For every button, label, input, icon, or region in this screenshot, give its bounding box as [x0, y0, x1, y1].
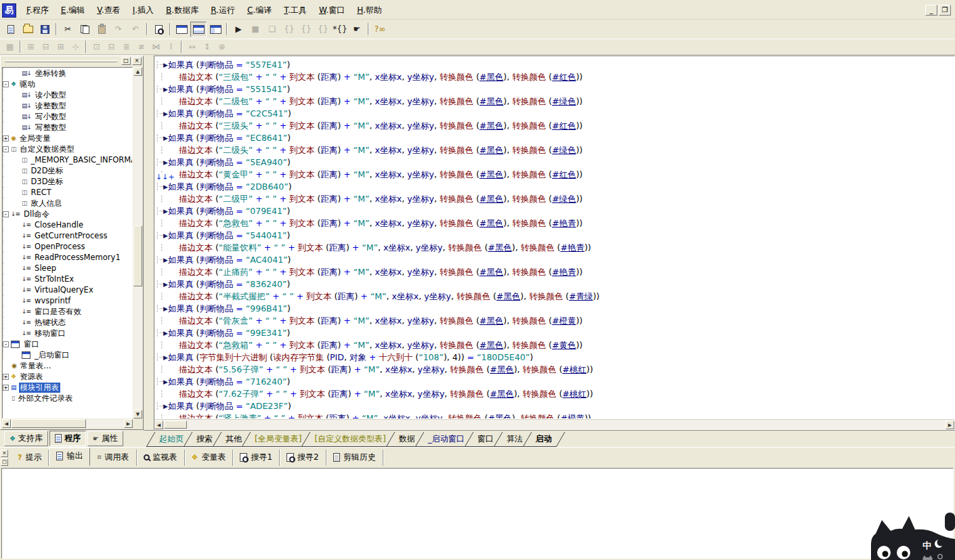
code-line-draw[interactable]: ┆ 描边文本 (“能量饮料” + “ ” + 到文本 (距离) + “M”, x…: [154, 242, 954, 254]
tree-item-label[interactable]: Dll命令: [22, 209, 51, 219]
tree-item[interactable]: ▤↓读整数型: [3, 100, 132, 111]
tree-item-label[interactable]: 写整数型: [34, 123, 68, 133]
tree-item[interactable]: ↓≡CloseHandle: [3, 219, 132, 230]
code-line-draw[interactable]: ┆ 描边文本 (“三级头” + “ ” + 到文本 (距离) + “M”, x坐…: [154, 120, 954, 132]
tree-item-label[interactable]: 外部文件记录表: [17, 393, 75, 404]
code-line-draw[interactable]: ┆ 描边文本 (“二级头” + “ ” + 到文本 (距离) + “M”, x坐…: [154, 144, 954, 156]
output-area[interactable]: [1, 468, 954, 559]
new-file-button[interactable]: [3, 22, 19, 37]
run-button[interactable]: ▶: [230, 22, 247, 37]
tree-item-label[interactable]: 窗口: [22, 339, 41, 349]
tree-item-label[interactable]: 窗口是否有效: [33, 307, 83, 317]
editor-tab-启动[interactable]: 启动: [527, 432, 561, 447]
code-line-draw[interactable]: ┆ 描边文本 (“止痛药” + “ ” + 到文本 (距离) + “M”, x坐…: [154, 266, 954, 278]
editor-hscroll-thumb[interactable]: [164, 421, 187, 429]
tree-item[interactable]: ▤↓写整数型: [3, 122, 132, 133]
tree-panel-grip[interactable]: [5, 60, 117, 62]
tree-item[interactable]: ↓≡Sleep: [3, 263, 132, 274]
tree-item-label[interactable]: D3D坐标: [30, 177, 65, 187]
tree-item-label[interactable]: D2D坐标: [30, 166, 65, 176]
tree-item-label[interactable]: CloseHandle: [33, 220, 85, 230]
code-line-if[interactable]: ┆╌▶如果真 (判断物品 = “AC4041”): [154, 254, 954, 266]
open-file-button[interactable]: [20, 22, 36, 37]
code-line-if[interactable]: ┆╌▶如果真 (判断物品 = “996B41”): [154, 303, 954, 315]
menu-窗口[interactable]: W.窗口: [313, 3, 351, 18]
scroll-left-icon[interactable]: ◀: [2, 419, 11, 428]
editor-tab-全局变量表[interactable]: [全局变量表]: [246, 432, 310, 447]
tree-item[interactable]: ▤↓读小数型: [3, 89, 132, 100]
tree-item[interactable]: -❖驱动: [3, 79, 132, 89]
tree-item-label[interactable]: 资源表: [18, 372, 45, 382]
tree-vscroll-thumb[interactable]: [133, 225, 142, 286]
bottom-tab-variables[interactable]: ❖变量表: [185, 450, 234, 466]
tree-item[interactable]: ◫D2D坐标: [3, 165, 132, 176]
menu-运行[interactable]: R.运行: [205, 3, 241, 18]
code-line-draw[interactable]: ┆ 描边文本 (“急救包” + “ ” + 到文本 (距离) + “M”, x坐…: [154, 217, 954, 230]
code-line-draw[interactable]: ┆ 描边文本 (“二级甲” + “ ” + 到文本 (距离) + “M”, x坐…: [154, 193, 954, 205]
save-button[interactable]: [37, 22, 53, 37]
layout-grid-button[interactable]: [207, 22, 224, 37]
scroll-left-icon[interactable]: ◀: [154, 421, 163, 429]
tree-item[interactable]: ↓≡VirtualQueryEx: [3, 284, 132, 295]
bottom-tab-search-2[interactable]: 搜寻2: [280, 450, 326, 466]
collapse-icon[interactable]: -: [3, 146, 9, 152]
collapse-icon[interactable]: -: [3, 81, 9, 87]
tree-hscroll-thumb[interactable]: [12, 419, 86, 428]
code-line-if[interactable]: ┆╌▶如果真 (判断物品 = “836240”): [154, 278, 954, 290]
tree-horizontal-scrollbar[interactable]: ◀ ▶: [2, 419, 133, 428]
code-line-if[interactable]: ┆╌▶如果真 (字节集到十六进制 (读内存字节集 (PID, 对象 + 十六到十…: [154, 351, 954, 364]
tree-item-label[interactable]: 读小数型: [34, 90, 68, 100]
tree-item[interactable]: ↓≡wvsprintf: [3, 295, 132, 306]
scroll-right-icon[interactable]: ▶: [124, 419, 133, 428]
tree-item-label[interactable]: wvsprintf: [33, 296, 72, 305]
tree-item[interactable]: ◫敌人信息: [3, 198, 132, 209]
pause-hand-button[interactable]: ☛: [349, 22, 365, 37]
tree-item[interactable]: +▤模块引用表: [3, 382, 132, 393]
tree-item-label[interactable]: 坐标转换: [34, 68, 68, 79]
tree-item[interactable]: ↓≡GetCurrentProcess: [3, 230, 132, 241]
tree-item[interactable]: ↓≡StrToIntEx: [3, 274, 132, 284]
cut-button[interactable]: ✂: [60, 22, 76, 37]
code-lines[interactable]: ┆╌▶如果真 (判断物品 = “557E41”)┆ 描边文本 (“三级包” + …: [154, 58, 954, 418]
code-line-draw[interactable]: ┆ 描边文本 (“7.62子弹” + “ ” + 到文本 (距离) + “M”,…: [154, 388, 954, 400]
menu-帮助[interactable]: H.帮助: [351, 3, 388, 18]
code-line-if[interactable]: ┆╌▶如果真 (判断物品 = “C2C541”): [154, 108, 954, 120]
code-line-if[interactable]: ┆╌▶如果真 (判断物品 = “079E41”): [154, 205, 954, 217]
collapse-icon[interactable]: -: [3, 341, 9, 347]
code-line-draw[interactable]: ┆ 描边文本 (“半截式握把” + “ ” + 到文本 (距离) + “M”, …: [154, 290, 954, 303]
brace-insert-button[interactable]: *{}: [332, 22, 348, 37]
tree-item-label[interactable]: 全局变量: [18, 133, 52, 144]
tree-item-label[interactable]: OpenProcess: [33, 242, 86, 251]
layout-main-button[interactable]: [173, 22, 190, 37]
bottom-tab-call-table[interactable]: ⌗调用表: [90, 450, 136, 466]
tree-vertical-scrollbar[interactable]: ▲ ▼: [133, 67, 142, 418]
expand-icon[interactable]: +: [3, 374, 9, 380]
code-line-if[interactable]: ┆╌▶如果真 (判断物品 = “557E41”): [154, 59, 954, 71]
tree-item-label[interactable]: RECT: [30, 188, 53, 197]
tree-item[interactable]: ▤↓写小数型: [3, 111, 132, 122]
bottom-panel-close-button[interactable]: ×: [1, 450, 8, 457]
tree-panel-close-button[interactable]: ×: [132, 57, 142, 65]
code-line-if[interactable]: ┆╌▶如果真 (判断物品 = “551541”): [154, 83, 954, 95]
tree-item-label[interactable]: 常量表...: [19, 361, 52, 371]
tree-item[interactable]: ▤↓坐标转换: [3, 68, 132, 79]
ime-cat-widget[interactable]: 中: [868, 513, 955, 560]
tree-item-label[interactable]: 驱动: [18, 79, 37, 89]
copy-button[interactable]: [77, 22, 93, 37]
code-line-if[interactable]: ┆╌▶如果真 (判断物品 = “ADE23F”): [154, 400, 954, 412]
tree-item-label[interactable]: _启动窗口: [33, 350, 71, 360]
tree-item[interactable]: ▯外部文件记录表: [3, 393, 132, 404]
code-line-draw[interactable]: ┆ 描边文本 (“急救箱” + “ ” + 到文本 (距离) + “M”, x坐…: [154, 339, 954, 351]
tree-item-label[interactable]: 读整数型: [34, 101, 68, 111]
collapse-icon[interactable]: -: [3, 211, 9, 217]
tab-support-lib[interactable]: ❖支持库: [4, 431, 48, 446]
menu-查看[interactable]: V.查看: [91, 3, 127, 18]
tree-item[interactable]: ↓≡OpenProcess: [3, 241, 132, 252]
scroll-down-icon[interactable]: ▼: [133, 410, 142, 418]
code-line-if[interactable]: ┆╌▶如果真 (判断物品 = “5EA940”): [154, 156, 954, 169]
menu-程序[interactable]: F.程序: [20, 3, 55, 18]
editor-horizontal-scrollbar[interactable]: ◀ ▶: [154, 419, 954, 429]
code-line-if[interactable]: ┆╌▶如果真 (判断物品 = “544041”): [154, 230, 954, 242]
code-line-if[interactable]: ┆╌▶如果真 (判断物品 = “99E341”): [154, 327, 954, 339]
editor-tab-自定义数据类型表[interactable]: [自定义数据类型表]: [305, 432, 394, 447]
